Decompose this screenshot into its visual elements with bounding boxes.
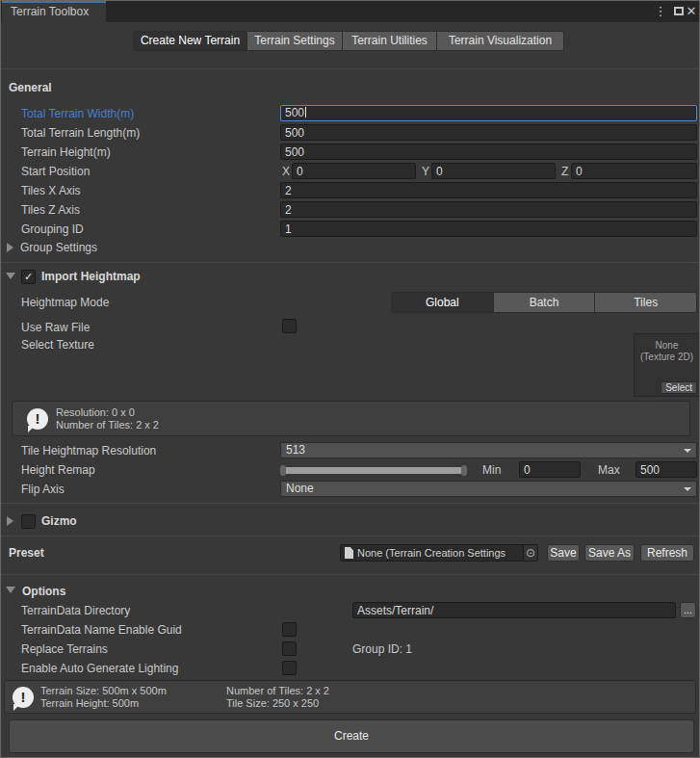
toolbox-mode-tabs: Create New Terrain Terrain Settings Terr… [133,31,564,51]
summary-number-of-tiles: Number of Tiles: 2 x 2 [226,685,329,697]
tiles-x-axis-field[interactable] [280,182,697,198]
auto-generate-lighting-label: Enable Auto Generate Lighting [21,661,178,676]
start-position-x-field[interactable] [292,163,416,179]
preset-label: Preset [9,545,44,561]
start-x-axis-label: X [282,164,290,179]
group-settings-foldout[interactable]: Group Settings [20,240,97,255]
heightmap-mode-batch-button[interactable]: Batch [493,292,596,313]
divider [1,536,699,536]
select-texture-label: Select Texture [21,337,94,353]
start-position-z-field[interactable] [571,163,697,179]
heightmap-mode-segment: Global Batch Tiles [391,292,697,313]
use-raw-file-label: Use Raw File [21,320,90,335]
options-foldout-arrow-icon[interactable] [6,587,15,593]
group-settings-foldout-arrow-icon[interactable] [7,243,13,252]
texture-object-picker[interactable]: None (Texture 2D) Select [634,333,700,397]
grouping-id-field[interactable] [280,221,697,237]
tab-create-new-terrain[interactable]: Create New Terrain [133,31,247,51]
total-terrain-length-field[interactable] [280,124,697,141]
terrain-height-field[interactable] [280,144,697,160]
browse-directory-button[interactable]: ... [680,602,696,618]
grouping-id-label: Grouping ID [21,222,84,237]
dropdown-arrow-icon [684,487,691,491]
gizmo-section-title[interactable]: Gizmo [41,513,77,529]
close-icon[interactable]: ✕ [685,4,698,19]
tab-terrain-utilities[interactable]: Terrain Utilities [342,31,437,51]
terraindata-name-guid-label: TerrainData Name Enable Guid [21,622,182,638]
object-picker-icon[interactable]: ⊙ [523,545,537,561]
replace-terrains-label: Replace Terrains [21,641,108,657]
heightmap-mode-global-button[interactable]: Global [391,292,494,313]
refresh-button[interactable]: Refresh [640,544,694,562]
summary-terrain-size: Terrain Size: 500m x 500m [40,685,167,697]
text-cursor [305,107,306,118]
import-heightmap-section-title[interactable]: Import Heightmap [41,269,141,284]
maximize-icon[interactable] [674,7,684,15]
tab-terrain-settings[interactable]: Terrain Settings [246,31,343,51]
create-button[interactable]: Create [9,719,694,753]
tiles-x-axis-label: Tiles X Axis [21,183,81,198]
preset-object-field[interactable]: None (Terrain Creation Settings ⊙ [340,544,538,562]
height-remap-slider[interactable] [282,467,463,474]
start-y-axis-label: Y [422,164,429,179]
summary-tile-size: Tile Size: 250 x 250 [226,697,319,710]
terrain-height-label: Terrain Height(m) [21,144,111,160]
terraindata-directory-field[interactable] [352,602,676,618]
flip-axis-label: Flip Axis [21,482,65,497]
summary-terrain-height: Terrain Height: 500m [40,697,139,710]
heightmap-mode-label: Heightmap Mode [21,295,109,310]
flip-axis-dropdown[interactable]: None [280,481,697,497]
save-as-button[interactable]: Save As [584,544,635,562]
general-section-title: General [9,80,52,95]
gizmo-foldout-arrow-icon[interactable] [7,516,13,526]
total-terrain-length-label: Total Terrain Length(m) [21,125,140,141]
remap-min-field[interactable] [519,461,581,478]
height-remap-label: Height Remap [21,462,95,478]
preset-file-icon [345,547,353,559]
remap-max-field[interactable] [635,461,697,478]
import-heightmap-foldout-arrow-icon[interactable] [6,273,15,279]
divider [1,262,699,263]
gizmo-checkbox[interactable] [21,514,36,529]
tiles-z-axis-field[interactable] [280,201,697,218]
height-remap-slider-min-handle[interactable] [280,465,286,476]
info-tiles-text: Number of Tiles: 2 x 2 [56,419,159,431]
divider [1,68,699,69]
info-resolution-text: Resolution: 0 x 0 [56,406,135,419]
preset-object-value: None (Terrain Creation Settings [357,545,523,561]
save-button[interactable]: Save [547,544,580,562]
divider [1,574,699,575]
tiles-z-axis-label: Tiles Z Axis [21,202,80,218]
options-section-title[interactable]: Options [22,584,65,599]
title-bar: Terrain Toolbox ⋮ ✕ [1,1,699,22]
tile-heightmap-resolution-label: Tile Heightmap Resolution [21,443,156,458]
start-position-y-field[interactable] [431,163,556,179]
import-heightmap-checkbox[interactable]: ✓ [21,270,36,284]
texture-none-line1: None [635,340,699,352]
divider [1,503,699,504]
terraindata-name-guid-checkbox[interactable] [282,622,297,637]
group-id-text: Group ID: 1 [352,641,412,657]
terrain-toolbox-window: Terrain Toolbox ⋮ ✕ Create New Terrain T… [0,0,700,758]
total-terrain-width-label: Total Terrain Width(m) [21,106,134,121]
remap-max-label: Max [598,462,620,478]
menu-icon[interactable]: ⋮ [654,4,667,19]
total-terrain-width-field[interactable]: 500 [280,105,697,121]
replace-terrains-checkbox[interactable] [282,641,297,656]
terrain-summary-box: ! Terrain Size: 500m x 500m Terrain Heig… [4,680,696,714]
auto-generate-lighting-checkbox[interactable] [282,661,297,675]
dropdown-arrow-icon [684,449,691,453]
use-raw-file-checkbox[interactable] [282,319,297,333]
tab-terrain-visualization[interactable]: Terrain Visualization [436,31,564,51]
tile-heightmap-resolution-dropdown[interactable]: 513 [280,442,697,458]
heightmap-mode-tiles-button[interactable]: Tiles [594,292,697,313]
active-tab-accent [2,1,106,3]
window-tab[interactable]: Terrain Toolbox [2,1,106,22]
texture-select-button[interactable]: Select [661,381,697,394]
height-remap-slider-max-handle[interactable] [461,465,467,476]
terraindata-directory-label: TerrainData Directory [21,603,130,618]
check-icon: ✓ [24,271,33,282]
start-z-axis-label: Z [561,164,568,179]
start-position-label: Start Position [21,164,90,179]
remap-min-label: Min [482,462,501,478]
